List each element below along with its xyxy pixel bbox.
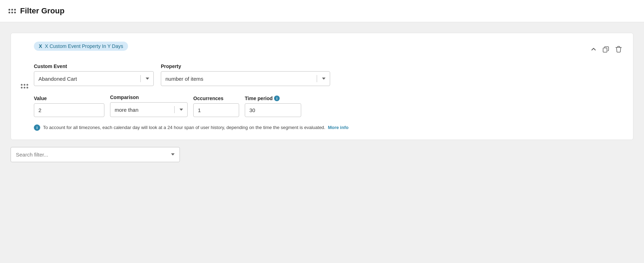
select-divider-3 — [174, 106, 175, 113]
value-input[interactable] — [34, 103, 104, 117]
search-filter-input[interactable] — [16, 152, 171, 158]
fields-row-1: Custom Event Abandoned Cart Property num… — [34, 63, 623, 86]
value-label: Value — [34, 96, 104, 101]
collapse-button[interactable] — [589, 45, 598, 54]
info-icon: i — [34, 124, 40, 131]
custom-event-value: Abandoned Cart — [38, 76, 135, 82]
delete-button[interactable] — [614, 44, 623, 54]
timeperiod-label-container: Time period i — [245, 96, 301, 101]
custom-event-field-group: Custom Event Abandoned Cart — [34, 63, 154, 86]
search-filter[interactable] — [11, 147, 180, 162]
row-drag-handle[interactable] — [21, 84, 28, 88]
search-filter-chevron-icon — [171, 153, 175, 155]
filter-card: X X Custom Event Property In Y Days — [11, 33, 633, 140]
timeperiod-field-group: Time period i — [245, 96, 301, 117]
occurrences-input[interactable] — [193, 103, 239, 117]
card-actions — [589, 44, 623, 54]
comparison-field-group: Comparison more than — [110, 94, 188, 117]
custom-event-label: Custom Event — [34, 63, 154, 69]
svg-rect-0 — [603, 48, 607, 52]
comparison-value: more than — [115, 107, 169, 113]
fields-row-2: Value Comparison more than Occurrences — [34, 94, 623, 117]
property-select[interactable]: number of items — [161, 71, 330, 86]
property-chevron-icon — [322, 78, 326, 80]
select-divider-2 — [317, 75, 317, 82]
filter-tag: X X Custom Event Property In Y Days — [34, 42, 128, 51]
comparison-chevron-icon — [180, 109, 183, 111]
value-field-group: Value — [34, 96, 104, 117]
occurrences-field-group: Occurrences — [193, 96, 239, 117]
info-row: i To account for all timezones, each cal… — [34, 124, 351, 131]
tag-x: X — [39, 43, 42, 49]
comparison-select[interactable]: more than — [110, 102, 188, 117]
timeperiod-input[interactable] — [245, 103, 301, 117]
page-header: Filter Group — [0, 0, 644, 22]
comparison-label: Comparison — [110, 94, 188, 100]
property-label: Property — [161, 63, 330, 69]
select-divider — [140, 75, 141, 82]
occurrences-label: Occurrences — [193, 96, 239, 101]
timeperiod-info-icon[interactable]: i — [274, 96, 280, 101]
custom-event-chevron-icon — [146, 78, 149, 80]
page-title: Filter Group — [20, 6, 65, 16]
custom-event-select[interactable]: Abandoned Cart — [34, 71, 154, 86]
property-field-group: Property number of items — [161, 63, 330, 86]
header-drag-handle[interactable] — [8, 9, 16, 13]
duplicate-button[interactable] — [601, 45, 610, 54]
more-info-link[interactable]: More info — [328, 125, 349, 130]
search-filter-container — [11, 147, 180, 162]
main-content: X X Custom Event Property In Y Days — [0, 22, 644, 169]
timeperiod-label: Time period — [245, 96, 273, 101]
info-text: To account for all timezones, each calen… — [43, 124, 348, 131]
filter-tag-label: X Custom Event Property In Y Days — [45, 43, 123, 49]
property-value: number of items — [165, 76, 312, 82]
filter-body: X X Custom Event Property In Y Days — [34, 42, 623, 131]
